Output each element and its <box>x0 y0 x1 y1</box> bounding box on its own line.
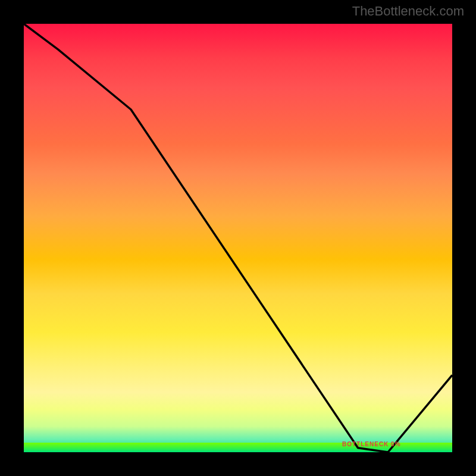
bottleneck-annotation: BOTTLENECK 0% <box>342 441 401 447</box>
watermark-text: TheBottleneck.com <box>352 4 464 19</box>
bottleneck-curve <box>24 24 452 452</box>
plot-area: BOTTLENECK 0% <box>24 24 452 452</box>
